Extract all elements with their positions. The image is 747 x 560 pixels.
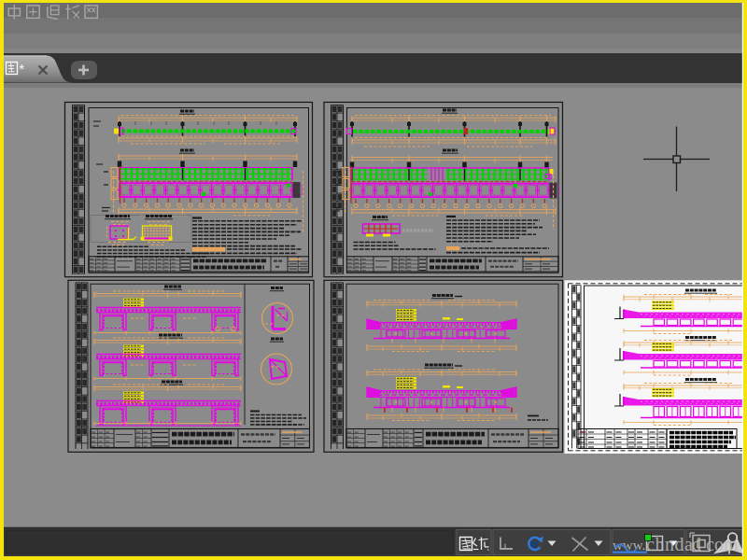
svg-text:chnda: chnda (646, 534, 693, 554)
svg-text:*: * (20, 62, 25, 77)
svg-text:d com: d com (692, 534, 739, 554)
